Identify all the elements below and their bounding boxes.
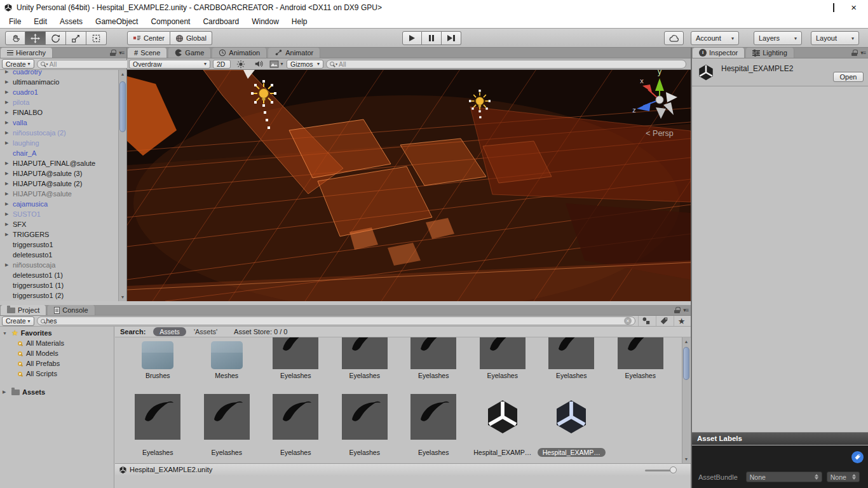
expand-arrow-icon[interactable]: ▶ [5,120,11,125]
scene-search-input[interactable] [339,60,682,68]
favorites-header-row[interactable]: ▼ ★ Favorites [0,328,114,338]
asset-item[interactable]: Brushes [123,337,193,380]
expand-arrow-icon[interactable]: ▶ [5,110,11,115]
expand-arrow-icon[interactable]: ▼ [3,331,9,336]
menu-item[interactable]: File [3,15,27,28]
hierarchy-item[interactable]: ▶ TRIGGERS [0,229,118,240]
hierarchy-item[interactable]: ▶ HIJAPUTA@salute (2) [0,179,118,189]
scene-audio-toggle[interactable] [251,59,266,69]
menu-item[interactable]: Window [245,15,285,28]
layout-dropdown[interactable]: Layout▾ [811,31,859,45]
restore-button[interactable] [833,4,834,11]
hierarchy-item[interactable]: ▶ cuadro1 [0,87,118,97]
hierarchy-item[interactable]: ▶ niñosustocaja (2) [0,128,118,138]
hierarchy-search-input[interactable] [50,60,135,68]
scene-area-tab[interactable]: # Scene [128,48,167,58]
pivot-toggle-button[interactable]: Center [127,31,170,45]
draw-mode-dropdown[interactable]: Overdraw▾ [129,60,210,69]
asset-item[interactable]: Meshes [193,337,262,380]
asset-item[interactable]: Eyelashes [537,337,606,380]
expand-arrow-icon[interactable]: ▶ [5,79,11,85]
rect-tool-button[interactable] [86,31,107,45]
hand-tool-button[interactable] [5,31,25,45]
hierarchy-item[interactable]: ▶ SUSTO1 [0,209,118,219]
tab-console[interactable]: Console [48,305,95,315]
lock-icon[interactable] [674,307,680,313]
expand-arrow-icon[interactable]: ▶ [5,100,11,105]
scroll-down-icon[interactable]: ▼ [682,455,690,463]
search-by-label-button[interactable] [656,316,671,326]
hierarchy-item[interactable]: ▶ laughing [0,138,118,148]
assetbundle-dropdown[interactable]: None [746,471,822,482]
hierarchy-create-button[interactable]: Create▾ [2,59,34,69]
scope-assets-pill[interactable]: Assets [153,327,186,336]
asset-item[interactable]: Eyelashes [123,394,193,457]
expand-arrow-icon[interactable]: ▶ [5,181,11,186]
expand-arrow-icon[interactable]: ▶ [5,70,11,74]
hierarchy-item[interactable]: ▶ valla [0,118,118,128]
search-by-type-button[interactable] [638,316,653,326]
scroll-up-icon[interactable]: ▲ [119,70,126,78]
project-search-input[interactable] [46,317,623,325]
favorites-item[interactable]: All Prefabs [0,358,114,369]
hierarchy-item[interactable]: ▶ chair_A [0,148,118,158]
hierarchy-item[interactable]: ▶ cuadrotry [0,70,118,77]
assets-root-row[interactable]: ▶ Assets [0,387,114,397]
lock-icon[interactable] [110,50,116,56]
hierarchy-search-field[interactable]: ▾ [37,60,139,69]
scene-lighting-toggle[interactable] [233,59,248,69]
expand-arrow-icon[interactable]: ▶ [5,201,11,207]
hierarchy-item[interactable]: ▶ SFX [0,219,118,229]
step-button[interactable] [442,31,461,45]
favorites-item[interactable]: All Models [0,348,114,358]
menu-item[interactable]: Help [285,15,314,28]
asset-item[interactable]: Eyelashes [261,394,330,457]
scroll-up-icon[interactable]: ▲ [682,337,690,346]
expand-arrow-icon[interactable]: ▶ [5,222,11,227]
menu-item[interactable]: Edit [27,15,53,28]
project-search-field[interactable]: × [37,316,635,325]
hierarchy-item[interactable]: ▶ HIJAPUTA@salute (3) [0,168,118,179]
scroll-down-icon[interactable]: ▼ [119,293,126,301]
hierarchy-item[interactable]: ▶ HIJAPUTA_FINAL@salute [0,158,118,168]
tab-inspector[interactable]: i Inspector [693,48,745,58]
results-scrollbar[interactable]: ▲ ▼ [682,337,690,463]
label-tag-button[interactable] [851,451,864,463]
panel-menu-icon[interactable]: ▾≡ [860,50,865,56]
cloud-services-button[interactable] [664,31,684,45]
layers-dropdown[interactable]: Layers▾ [754,31,802,45]
panel-menu-icon[interactable]: ▾≡ [119,50,124,56]
hierarchy-item[interactable]: ▶ triggersusto1 (2) [0,290,118,301]
scene-area-tab[interactable]: # Animation [212,48,267,58]
hierarchy-item[interactable]: ▶ pilota [0,97,118,107]
hierarchy-item[interactable]: ▶ HIJAPUTA@salute [0,189,118,199]
gizmos-dropdown[interactable]: Gizmos▾ [287,60,323,69]
hierarchy-item[interactable]: ▶ deletesusto1 (1) [0,270,118,280]
close-button[interactable]: × [851,3,857,12]
hierarchy-item[interactable]: ▶ deletesusto1 [0,250,118,260]
tab-hierarchy[interactable]: Hierarchy [1,48,53,58]
hierarchy-item[interactable]: ▶ cajamusica [0,199,118,209]
move-tool-button[interactable] [25,31,46,45]
expand-arrow-icon[interactable]: ▶ [3,390,9,395]
2d-toggle-button[interactable]: 2D [213,60,231,69]
panel-menu-icon[interactable]: ▾≡ [683,307,688,313]
scene-viewport[interactable]: y x z < Persp [127,70,691,301]
expand-arrow-icon[interactable]: ▶ [5,262,11,268]
pause-button[interactable] [422,31,442,45]
expand-arrow-icon[interactable]: ▶ [5,232,11,237]
expand-arrow-icon[interactable]: ▶ [5,171,11,176]
hierarchy-item[interactable]: ▶ triggersusto1 [0,240,118,250]
scrollbar-thumb[interactable] [683,347,689,380]
project-create-button[interactable]: Create▾ [2,316,34,326]
expand-arrow-icon[interactable]: ▶ [5,161,11,166]
menu-item[interactable]: Assets [53,15,89,28]
hierarchy-scrollbar[interactable]: ▲ ▼ [118,70,126,301]
hierarchy-item[interactable]: ▶ FINALBO [0,107,118,118]
asset-item[interactable]: Eyelashes [193,394,262,457]
account-dropdown[interactable]: Account▾ [691,31,739,45]
scene-search-field[interactable]: ▾ [326,60,686,69]
hierarchy-item[interactable]: ▶ niñosustocaja [0,260,118,270]
asset-item[interactable]: Eyelashes [468,337,538,380]
play-button[interactable] [402,31,422,45]
